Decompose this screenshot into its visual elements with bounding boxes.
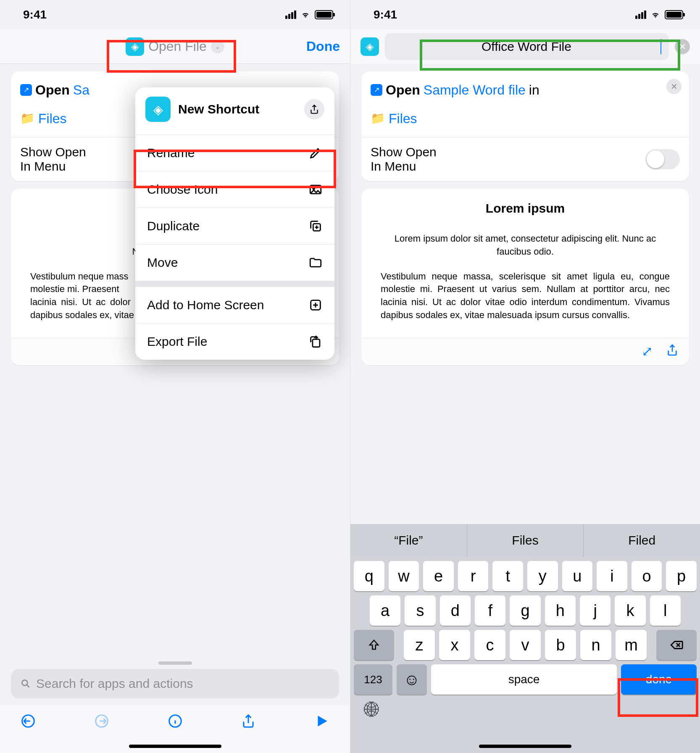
suggestion[interactable]: Files <box>467 524 584 557</box>
key-r[interactable]: r <box>458 561 489 591</box>
file-parameter[interactable]: Sample Word file <box>424 80 526 100</box>
key-row-1: qwertyuiop <box>350 557 700 591</box>
key-i[interactable]: i <box>597 561 627 591</box>
key-z[interactable]: z <box>404 630 435 660</box>
shift-key[interactable] <box>354 630 394 660</box>
done-button[interactable]: Done <box>306 39 340 54</box>
key-g[interactable]: g <box>510 595 540 626</box>
folder-icon: 📁 <box>371 110 385 127</box>
menu-item-export[interactable]: Export File <box>135 323 334 360</box>
menu-item-duplicate[interactable]: Duplicate <box>135 208 334 244</box>
key-l[interactable]: l <box>650 595 681 626</box>
shortcut-title-button[interactable]: ◈ Open File ⌄ <box>44 37 306 56</box>
cellular-icon <box>635 11 646 19</box>
title-input-wrap[interactable] <box>385 33 669 60</box>
file-parameter[interactable]: Sa <box>73 80 89 100</box>
share-button[interactable] <box>240 713 256 733</box>
cellular-icon <box>285 11 296 19</box>
suggestion[interactable]: “File” <box>350 524 467 557</box>
svg-rect-4 <box>313 339 320 347</box>
key-q[interactable]: q <box>354 561 384 591</box>
pencil-icon <box>308 146 323 160</box>
key-e[interactable]: e <box>423 561 454 591</box>
expand-icon[interactable]: ⤢ <box>642 343 653 360</box>
svg-point-5 <box>22 680 27 685</box>
key-s[interactable]: s <box>405 595 435 626</box>
folder-icon <box>308 255 323 270</box>
remove-action-button[interactable]: ✕ <box>666 79 682 94</box>
status-icons <box>635 10 683 19</box>
globe-key[interactable]: 🌐︎ <box>364 701 380 719</box>
redo-button[interactable] <box>94 713 110 733</box>
search-field[interactable]: Search for apps and actions <box>11 669 339 698</box>
context-menu-title: New Shortcut <box>178 102 297 116</box>
key-k[interactable]: k <box>615 595 645 626</box>
run-button[interactable] <box>314 713 330 733</box>
toggle-switch[interactable] <box>645 149 680 169</box>
status-bar: 9:41 <box>0 0 350 29</box>
status-bar: 9:41 <box>350 0 700 29</box>
context-menu-header: ◈ New Shortcut <box>135 87 334 134</box>
battery-icon <box>665 10 683 19</box>
app-parameter[interactable]: Files <box>389 108 417 129</box>
key-v[interactable]: v <box>510 630 541 660</box>
key-y[interactable]: y <box>527 561 558 591</box>
drag-handle[interactable] <box>158 661 192 665</box>
share-icon[interactable] <box>666 343 679 360</box>
key-b[interactable]: b <box>545 630 576 660</box>
key-c[interactable]: c <box>474 630 505 660</box>
app-parameter[interactable]: Files <box>38 108 67 129</box>
key-h[interactable]: h <box>545 595 576 626</box>
shortcut-icon: ◈ <box>145 97 171 122</box>
key-p[interactable]: p <box>666 561 697 591</box>
numbers-key[interactable]: 123 <box>354 664 392 695</box>
info-button[interactable] <box>167 713 183 733</box>
folder-icon: 📁 <box>20 110 35 127</box>
key-m[interactable]: m <box>616 630 647 660</box>
menu-item-rename[interactable]: Rename <box>135 134 334 171</box>
wifi-icon <box>300 10 311 19</box>
key-f[interactable]: f <box>475 595 505 626</box>
key-a[interactable]: a <box>370 595 400 626</box>
nav-bar: ◈ ✕ <box>350 29 700 64</box>
key-o[interactable]: o <box>632 561 662 591</box>
menu-item-choose-icon[interactable]: Choose Icon <box>135 171 334 208</box>
key-row-3: zxcvbnm <box>350 626 700 660</box>
home-indicator <box>479 745 571 748</box>
status-time: 9:41 <box>374 8 397 21</box>
key-n[interactable]: n <box>580 630 611 660</box>
suggestion[interactable]: Filed <box>584 524 700 557</box>
action-card: ↗ Open Sample Word file in ✕ 📁 Files Sho… <box>361 71 689 181</box>
image-icon <box>308 182 323 197</box>
key-d[interactable]: d <box>440 595 471 626</box>
preview-p2: Vestibulum neque massa, scelerisque sit … <box>381 270 670 322</box>
nav-bar: ◈ Open File ⌄ Done <box>0 29 350 64</box>
key-t[interactable]: t <box>492 561 523 591</box>
shortcut-name: Open File <box>148 39 207 54</box>
key-w[interactable]: w <box>389 561 419 591</box>
clear-button[interactable]: ✕ <box>675 39 690 54</box>
backspace-key[interactable] <box>656 630 697 660</box>
share-button[interactable] <box>304 99 324 119</box>
shortcut-icon: ◈ <box>361 37 379 56</box>
phone-right: 9:41 ◈ ✕ ↗ Open Sample Word file in ✕ 📁 … <box>350 0 700 753</box>
keyboard: “File” Files Filed qwertyuiop asdfghjkl … <box>350 524 700 753</box>
status-time: 9:41 <box>23 8 47 21</box>
done-key[interactable]: done <box>621 664 697 695</box>
menu-item-add-home[interactable]: Add to Home Screen <box>135 287 334 323</box>
key-u[interactable]: u <box>562 561 593 591</box>
emoji-key[interactable]: ☺ <box>397 664 427 695</box>
menu-item-move[interactable]: Move <box>135 244 334 281</box>
space-key[interactable]: space <box>431 664 617 695</box>
key-x[interactable]: x <box>439 630 470 660</box>
duplicate-icon <box>308 219 323 233</box>
plus-square-icon <box>308 298 323 312</box>
title-input[interactable] <box>392 39 661 54</box>
key-j[interactable]: j <box>580 595 611 626</box>
wifi-icon <box>650 10 661 19</box>
shortcut-icon: ◈ <box>126 37 144 56</box>
open-file-action-icon: ↗ <box>20 84 32 96</box>
svg-point-1 <box>313 187 315 189</box>
open-label: Open <box>35 80 70 100</box>
undo-button[interactable] <box>20 713 36 733</box>
